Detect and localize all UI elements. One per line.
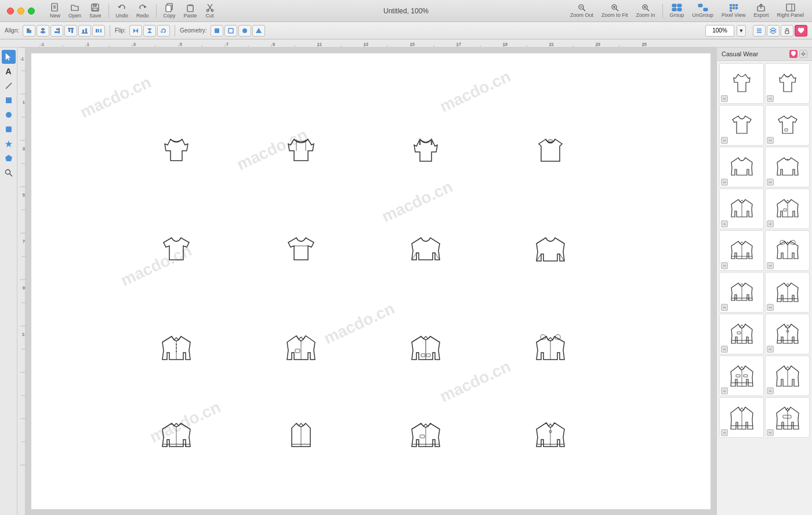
jacket-hood[interactable] bbox=[533, 332, 568, 367]
pixel-view-button[interactable]: Pixel View bbox=[718, 2, 749, 19]
open-button[interactable]: Open bbox=[65, 2, 85, 20]
panel-item-12[interactable]: − bbox=[765, 272, 810, 313]
line-tool[interactable] bbox=[2, 79, 16, 93]
vest-simple[interactable] bbox=[159, 135, 194, 169]
panel-item-3[interactable]: − bbox=[719, 105, 764, 146]
panel-item-7[interactable]: − bbox=[719, 188, 764, 229]
align-left-button[interactable] bbox=[23, 25, 35, 37]
rotate-button[interactable] bbox=[157, 25, 170, 37]
panel-item-5[interactable]: − bbox=[719, 147, 764, 187]
geom-btn4[interactable] bbox=[252, 25, 265, 37]
rect-tool[interactable] bbox=[2, 93, 16, 107]
minimize-button[interactable] bbox=[17, 8, 24, 14]
export-button[interactable]: Export bbox=[750, 2, 772, 19]
panel-minus-8[interactable]: − bbox=[767, 220, 774, 227]
jacket-zip2[interactable] bbox=[533, 419, 568, 454]
lock-button[interactable] bbox=[781, 25, 793, 37]
panel-minus-2[interactable]: − bbox=[767, 95, 774, 102]
panel-item-8[interactable]: − bbox=[765, 188, 810, 229]
group-button[interactable]: Group bbox=[666, 2, 688, 19]
layers-button[interactable] bbox=[767, 25, 780, 37]
align-distribute-button[interactable] bbox=[92, 25, 105, 37]
close-button[interactable] bbox=[7, 8, 14, 14]
panel-minus-15[interactable]: − bbox=[721, 387, 728, 394]
panel-minus-7[interactable]: − bbox=[721, 220, 728, 227]
vest-zipper[interactable] bbox=[284, 419, 318, 454]
cut-button[interactable]: Cut bbox=[202, 2, 218, 20]
panel-item-2[interactable]: − bbox=[765, 63, 810, 104]
star-tool[interactable] bbox=[2, 137, 16, 151]
polygon-tool[interactable] bbox=[2, 151, 16, 165]
zoom-out-button[interactable]: Zoom Out bbox=[567, 2, 597, 19]
panel-item-4[interactable]: − bbox=[765, 105, 810, 146]
align-right-button[interactable] bbox=[50, 25, 63, 37]
flip-v-button[interactable] bbox=[143, 25, 156, 37]
shirt-pocket[interactable] bbox=[284, 332, 318, 367]
jacket-stripe[interactable] bbox=[159, 419, 194, 454]
text-tool[interactable]: A bbox=[2, 64, 16, 78]
new-button[interactable]: New bbox=[46, 2, 64, 20]
panel-minus-13[interactable]: − bbox=[721, 346, 728, 353]
zoom-fit-button[interactable]: Zoom to Fit bbox=[598, 2, 632, 19]
ellipse-tool[interactable] bbox=[2, 108, 16, 122]
redo-button[interactable]: Redo bbox=[133, 2, 153, 20]
panel-minus-3[interactable]: − bbox=[721, 137, 728, 144]
view-toggle1[interactable] bbox=[753, 25, 766, 37]
panel-minus-1[interactable]: − bbox=[721, 95, 728, 102]
panel-item-17[interactable]: − bbox=[719, 397, 764, 438]
heart-button[interactable] bbox=[795, 25, 807, 37]
panel-item-16[interactable]: − bbox=[765, 356, 810, 396]
sweatshirt2[interactable] bbox=[533, 233, 568, 268]
panel-minus-6[interactable]: − bbox=[767, 179, 774, 186]
copy-button[interactable]: Copy bbox=[160, 2, 179, 20]
panel-minus-16[interactable]: − bbox=[767, 387, 774, 394]
sweatshirt1[interactable] bbox=[408, 233, 443, 268]
shirt-collar1[interactable] bbox=[159, 332, 194, 367]
panel-minus-14[interactable]: − bbox=[767, 346, 774, 353]
zoom-in-button[interactable]: Zoom In bbox=[633, 2, 659, 19]
panel-minus-18[interactable]: − bbox=[767, 429, 774, 436]
tshirt-short2[interactable] bbox=[284, 233, 318, 268]
geom-btn3[interactable] bbox=[238, 25, 251, 37]
select-tool[interactable] bbox=[2, 50, 16, 64]
panel-item-18[interactable]: − bbox=[765, 397, 810, 438]
panel-settings-btn[interactable] bbox=[799, 50, 807, 58]
undo-button[interactable]: Undo bbox=[113, 2, 132, 20]
panel-color-btn[interactable] bbox=[789, 50, 798, 58]
align-center-button[interactable] bbox=[37, 25, 49, 37]
align-top-button[interactable] bbox=[64, 25, 77, 37]
panel-minus-11[interactable]: − bbox=[721, 304, 728, 311]
geom-btn2[interactable] bbox=[224, 25, 237, 37]
panel-minus-4[interactable]: − bbox=[767, 137, 774, 144]
panel-item-1[interactable]: − bbox=[719, 63, 764, 104]
vest-open[interactable] bbox=[284, 135, 318, 169]
align-bottom-button[interactable] bbox=[78, 25, 91, 37]
zoom-tool[interactable] bbox=[2, 166, 16, 180]
vest-dark[interactable] bbox=[408, 135, 443, 169]
panel-minus-9[interactable]: − bbox=[721, 262, 728, 269]
tshirt-short1[interactable] bbox=[159, 233, 194, 268]
shape-tool[interactable] bbox=[2, 122, 16, 136]
right-panel-button[interactable]: Right Panel bbox=[773, 2, 807, 19]
paste-button[interactable]: Paste bbox=[180, 2, 201, 20]
jacket-zip1[interactable] bbox=[408, 332, 443, 367]
panel-item-6[interactable]: − bbox=[765, 147, 810, 187]
panel-item-15[interactable]: − bbox=[719, 356, 764, 396]
maximize-button[interactable] bbox=[28, 8, 35, 14]
panel-minus-12[interactable]: − bbox=[767, 304, 774, 311]
jacket-bomber[interactable] bbox=[408, 419, 443, 454]
zoom-stepper[interactable]: ▼ bbox=[737, 25, 746, 37]
save-button[interactable]: Save bbox=[86, 2, 105, 20]
panel-minus-5[interactable]: − bbox=[721, 179, 728, 186]
panel-item-13[interactable]: − bbox=[719, 314, 764, 354]
panel-minus-10[interactable]: − bbox=[767, 262, 774, 269]
tshirt-collar-canvas[interactable] bbox=[533, 135, 568, 169]
panel-item-10[interactable]: − bbox=[765, 230, 810, 271]
panel-item-9[interactable]: − bbox=[719, 230, 764, 271]
zoom-input[interactable] bbox=[705, 25, 734, 37]
geom-btn1[interactable] bbox=[211, 25, 223, 37]
panel-minus-17[interactable]: − bbox=[721, 429, 728, 436]
flip-h-button[interactable] bbox=[129, 25, 142, 37]
ungroup-button[interactable]: UnGroup bbox=[689, 2, 717, 19]
panel-item-14[interactable]: − bbox=[765, 314, 810, 354]
